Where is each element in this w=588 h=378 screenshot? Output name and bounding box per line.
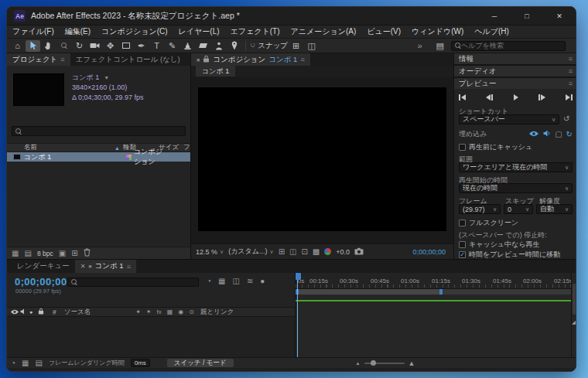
project-table-header[interactable]: 名前▲ 種類 サイズ フ	[7, 143, 190, 152]
play-button[interactable]	[514, 94, 518, 100]
menu-edit[interactable]: 編集(E)	[60, 26, 96, 37]
collapse-switch-icon[interactable]: ✶	[146, 308, 152, 315]
next-frame-button[interactable]	[538, 94, 545, 100]
workspace-icon[interactable]: ▤	[432, 40, 447, 52]
eraser-tool[interactable]	[196, 40, 210, 52]
draft-3d-icon[interactable]: ▦	[218, 277, 225, 285]
parent-link-column[interactable]: 親とリンク	[200, 308, 234, 317]
video-include-icon[interactable]	[528, 130, 539, 138]
menu-view[interactable]: ビュー(V)	[361, 26, 406, 37]
magnification-dropdown[interactable]: 12.5 %∨	[196, 248, 224, 256]
viewer-timecode[interactable]: 0;00;00;00	[412, 248, 446, 256]
comp-info-name[interactable]: コンポ 1	[72, 73, 99, 83]
comp-mini-flowchart-icon[interactable]: ◔	[207, 277, 211, 285]
delete-icon[interactable]	[84, 248, 91, 258]
shortcut-dropdown[interactable]: スペースバー∨	[459, 114, 559, 124]
motion-blur-icon[interactable]: ●	[260, 277, 265, 285]
pan-behind-tool[interactable]: ✥	[103, 40, 118, 52]
current-timecode[interactable]: 0;00;00;00	[15, 276, 67, 288]
panel-menu-icon[interactable]: ≡	[60, 56, 64, 63]
track-area[interactable]	[296, 295, 571, 357]
menu-layer[interactable]: レイヤー(L)	[173, 26, 225, 37]
panel-menu-icon[interactable]: ≡	[569, 67, 573, 75]
threed-switch-icon[interactable]: ⊙	[189, 308, 194, 315]
menu-file[interactable]: ファイル(F)	[7, 26, 60, 37]
camera-tool[interactable]	[87, 40, 102, 52]
prev-frame-button[interactable]	[486, 94, 493, 100]
panel-menu-icon[interactable]: ≡	[569, 80, 573, 87]
minimize-button[interactable]: ─	[478, 7, 511, 25]
motion-blur-switch-icon[interactable]: ◉	[178, 308, 183, 315]
snap-toggle[interactable]: ∩ スナップ	[250, 41, 288, 51]
resolution-preview-dropdown[interactable]: 自動∨	[536, 204, 573, 214]
orbit-camera-tool[interactable]: ↻	[72, 40, 87, 52]
loop-icon[interactable]: ↻	[566, 130, 573, 138]
toolbar-overflow-icon[interactable]: »	[412, 40, 427, 52]
timeline-options-icon[interactable]: ▤	[36, 359, 43, 367]
project-row-comp1[interactable]: コンポ 1 コンポジション	[7, 152, 190, 162]
timeline-search[interactable]	[67, 278, 199, 287]
menu-help[interactable]: ヘルプ(H)	[469, 26, 514, 37]
overlays-include-icon[interactable]: ▢	[555, 130, 562, 138]
brush-tool[interactable]: ✎	[165, 40, 179, 52]
transparency-grid-icon[interactable]: ▩	[313, 247, 320, 256]
video-column-icon[interactable]	[10, 308, 20, 316]
lock-icon[interactable]	[203, 55, 210, 64]
composition-viewport[interactable]	[198, 87, 446, 231]
time-ruler[interactable]: 0s 00:15s 00:30s 00:45s 01:00s 01:15s 01…	[296, 273, 571, 289]
menu-window[interactable]: ウィンドウ(W)	[406, 26, 469, 37]
roto-brush-tool[interactable]	[211, 40, 226, 52]
range-dropdown[interactable]: ワークエリアと現在の時間∨	[459, 162, 573, 172]
region-of-interest-icon[interactable]: ⊡	[301, 247, 307, 256]
play-from-dropdown[interactable]: 現在の時間∨	[459, 183, 573, 193]
tab-effect-controls[interactable]: エフェクトコントロール (なし)	[70, 53, 186, 66]
maximize-button[interactable]: □	[511, 7, 543, 25]
project-bpc-button[interactable]: 8 bpc	[37, 250, 53, 257]
shape-tool[interactable]	[118, 40, 133, 52]
info-panel-header[interactable]: 情報≡	[454, 53, 576, 64]
tab-timeline-comp1[interactable]: ✕ ■ コンポ 1 ≡	[75, 260, 136, 273]
snapshot-icon[interactable]	[354, 247, 364, 257]
column-extra[interactable]: フ	[183, 143, 190, 152]
preview-panel-header[interactable]: プレビュー≡	[454, 78, 576, 89]
render-progress-icon[interactable]: ◔	[11, 359, 15, 367]
panel-menu-icon[interactable]: ≡	[127, 263, 131, 271]
audio-panel-header[interactable]: オーディオ≡	[454, 66, 576, 77]
active-viewer-name[interactable]: コンポ 1	[268, 55, 297, 65]
play-cached-checkbox[interactable]: キャッシュ中なら再生	[459, 240, 539, 250]
effects-switch-icon[interactable]: fx	[157, 308, 162, 315]
chevron-down-icon[interactable]: ▼	[104, 73, 109, 83]
project-search-input[interactable]	[22, 128, 183, 135]
work-area-segment[interactable]	[296, 289, 443, 295]
hand-tool[interactable]	[41, 40, 56, 52]
audio-column-icon[interactable]	[20, 308, 29, 316]
home-icon[interactable]: ⌂	[10, 40, 25, 52]
frame-rate-dropdown[interactable]: (29.97)∨	[459, 204, 501, 214]
zoom-in-mountain-icon[interactable]: ▲	[409, 359, 415, 367]
viewer-subtab-comp1[interactable]: コンポ 1	[196, 66, 235, 77]
title-bar[interactable]: Ae Adobe After Effects 2023 - 名称未設定プロジェク…	[7, 7, 576, 26]
project-search[interactable]	[12, 126, 186, 136]
vertical-scrollbar[interactable]	[573, 284, 576, 315]
comp-thumbnail[interactable]	[13, 73, 64, 106]
tab-composition[interactable]: ■ コンポジション コンポ 1 ≡	[191, 53, 310, 66]
list-view-icon[interactable]: ▦	[12, 249, 19, 257]
resolution-dropdown[interactable]: (カスタム...)∨	[228, 247, 273, 257]
panel-menu-icon[interactable]: ≡	[300, 56, 304, 63]
menu-composition[interactable]: コンポジション(C)	[96, 26, 173, 37]
zoom-out-mountain-icon[interactable]: ▲	[356, 361, 361, 366]
grid-guides-icon[interactable]: ⊞	[279, 247, 285, 256]
reset-icon[interactable]: ↺	[563, 114, 569, 123]
hash-column[interactable]: #	[53, 308, 56, 316]
source-name-column[interactable]: ソース名	[64, 308, 91, 317]
sort-asc-icon[interactable]: ▲	[115, 145, 120, 151]
puppet-pin-tool[interactable]	[227, 40, 241, 52]
close-tab-icon[interactable]: ✕	[80, 263, 86, 270]
shy-switch-icon[interactable]: ✦	[135, 308, 141, 315]
menu-animation[interactable]: アニメーション(A)	[285, 26, 361, 37]
tab-project[interactable]: プロジェクト ≡	[7, 53, 70, 66]
mask-visibility-icon[interactable]: ◫	[289, 247, 296, 256]
zoom-tool[interactable]	[56, 40, 71, 52]
timeline-search-input[interactable]	[77, 278, 196, 286]
audio-include-icon[interactable]	[543, 130, 551, 138]
